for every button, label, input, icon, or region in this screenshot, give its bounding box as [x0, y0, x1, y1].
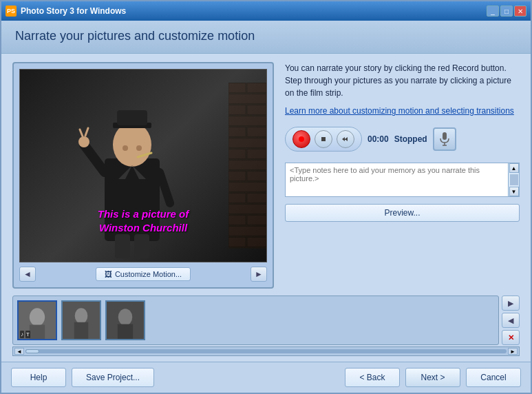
- svg-rect-32: [228, 194, 246, 203]
- thumb-3-image: [107, 302, 144, 339]
- bottom-bar: Help Save Project... < Back Next > Cance…: [1, 362, 531, 393]
- svg-rect-25: [228, 138, 266, 148]
- thumb-2-image: [63, 302, 100, 339]
- svg-point-52: [118, 309, 132, 325]
- scroll-thumb: [510, 174, 518, 185]
- filmstrip-scroll-left[interactable]: ◄: [14, 348, 24, 355]
- learn-more-link[interactable]: Learn more about customizing motion and …: [285, 106, 520, 116]
- microphone-icon: [438, 132, 451, 147]
- svg-rect-41: [321, 137, 326, 141]
- stop-button[interactable]: [315, 130, 332, 148]
- save-project-button[interactable]: Save Project...: [72, 368, 154, 387]
- svg-rect-23: [228, 127, 246, 137]
- playback-control-group: [285, 127, 362, 152]
- stop-icon: [320, 136, 327, 143]
- status-display: Stopped: [394, 134, 427, 144]
- svg-rect-50: [74, 322, 88, 339]
- filmstrip-move-right-button[interactable]: ▶: [502, 296, 520, 311]
- cancel-button[interactable]: Cancel: [466, 368, 521, 387]
- filmstrip-section: ♪ T: [12, 296, 520, 356]
- wall-background: [228, 70, 266, 262]
- svg-line-4: [84, 145, 105, 172]
- next-photo-button[interactable]: ►: [251, 267, 267, 282]
- preview-navigation: ◄ 🖼 Customize Motion... ►: [19, 267, 267, 282]
- svg-rect-33: [247, 194, 266, 203]
- svg-rect-34: [228, 205, 266, 214]
- thumb-1-note-icon: ♪: [20, 331, 24, 338]
- filmstrip-side-buttons: ▶ ◀ ✕: [502, 296, 520, 345]
- app-icon: PS: [6, 6, 17, 17]
- thumb-1-text-icon: T: [25, 331, 30, 338]
- maximize-button[interactable]: □: [500, 6, 513, 17]
- microphone-button[interactable]: [433, 127, 456, 151]
- next-button[interactable]: Next >: [405, 368, 460, 387]
- help-button[interactable]: Help: [11, 368, 66, 387]
- svg-rect-3: [117, 110, 147, 125]
- filmstrip-thumb-2[interactable]: [61, 300, 101, 340]
- filmstrip-scroll-thumb: [25, 349, 39, 353]
- svg-point-11: [123, 145, 128, 151]
- rewind-button[interactable]: [337, 130, 354, 148]
- filmstrip-scroll-right[interactable]: ►: [508, 348, 518, 355]
- photo-person: [77, 103, 187, 262]
- svg-rect-38: [228, 238, 246, 247]
- record-controls: 00:00 Stopped: [285, 123, 520, 156]
- titlebar: PS Photo Story 3 for Windows _ □ ✕: [1, 1, 531, 21]
- svg-point-5: [78, 136, 89, 147]
- customize-motion-button[interactable]: 🖼 Customize Motion...: [96, 267, 191, 281]
- svg-line-6: [80, 129, 83, 136]
- app-window: PS Photo Story 3 for Windows _ □ ✕ Narra…: [0, 0, 532, 394]
- svg-rect-39: [247, 238, 266, 247]
- svg-rect-20: [228, 105, 246, 115]
- svg-line-7: [85, 128, 88, 136]
- filmstrip-scroll-track: [25, 349, 507, 353]
- svg-point-12: [136, 145, 142, 151]
- svg-rect-35: [228, 216, 246, 225]
- page-title: Narrate your pictures and customize moti…: [15, 29, 517, 43]
- record-icon: [298, 136, 305, 143]
- close-button[interactable]: ✕: [514, 6, 526, 17]
- top-section: This is a picture of Winston Churchill ◄…: [12, 62, 520, 289]
- notes-area: ▲ ▼: [285, 163, 520, 197]
- svg-rect-31: [228, 183, 266, 192]
- thumb-1-icons: ♪ T: [20, 331, 30, 338]
- photo-caption: This is a picture of Winston Churchill: [98, 207, 189, 234]
- info-paragraph: You can narrate your story by clicking t…: [285, 62, 520, 99]
- svg-point-1: [113, 123, 151, 167]
- svg-rect-29: [228, 172, 246, 181]
- filmstrip-scrollbar: ◄ ►: [12, 346, 520, 356]
- svg-line-8: [160, 172, 170, 203]
- photo-preview-container: This is a picture of Winston Churchill ◄…: [12, 62, 274, 289]
- record-button[interactable]: [292, 130, 310, 148]
- svg-rect-27: [247, 149, 266, 159]
- svg-rect-30: [247, 172, 266, 181]
- svg-point-49: [75, 308, 88, 323]
- minimize-button[interactable]: _: [487, 6, 499, 17]
- prev-photo-button[interactable]: ◄: [19, 267, 36, 282]
- filmstrip-thumb-3[interactable]: [105, 300, 145, 340]
- svg-rect-24: [247, 127, 266, 137]
- scroll-down-arrow[interactable]: ▼: [509, 187, 519, 196]
- svg-rect-26: [228, 149, 246, 159]
- main-body: This is a picture of Winston Churchill ◄…: [1, 54, 531, 362]
- svg-point-40: [299, 136, 304, 142]
- svg-rect-10: [134, 234, 149, 258]
- page-header: Narrate your pictures and customize moti…: [1, 21, 531, 54]
- filmstrip-row: ♪ T: [12, 296, 520, 345]
- window-title: Photo Story 3 for Windows: [21, 6, 482, 16]
- svg-point-46: [30, 308, 45, 326]
- notes-input[interactable]: [286, 163, 508, 196]
- svg-rect-47: [30, 325, 45, 339]
- preview-button[interactable]: Preview...: [285, 204, 520, 222]
- scroll-up-arrow[interactable]: ▲: [509, 163, 519, 173]
- back-button[interactable]: < Back: [345, 368, 400, 387]
- filmstrip-thumb-1[interactable]: ♪ T: [17, 300, 57, 340]
- svg-rect-9: [115, 234, 130, 258]
- svg-rect-19: [228, 94, 266, 104]
- svg-rect-21: [247, 105, 266, 115]
- filmstrip-delete-button[interactable]: ✕: [502, 330, 520, 345]
- filmstrip-move-left-button[interactable]: ◀: [502, 313, 520, 328]
- svg-rect-36: [247, 216, 266, 225]
- svg-rect-18: [247, 83, 266, 93]
- filmstrip-container: ♪ T: [12, 296, 499, 345]
